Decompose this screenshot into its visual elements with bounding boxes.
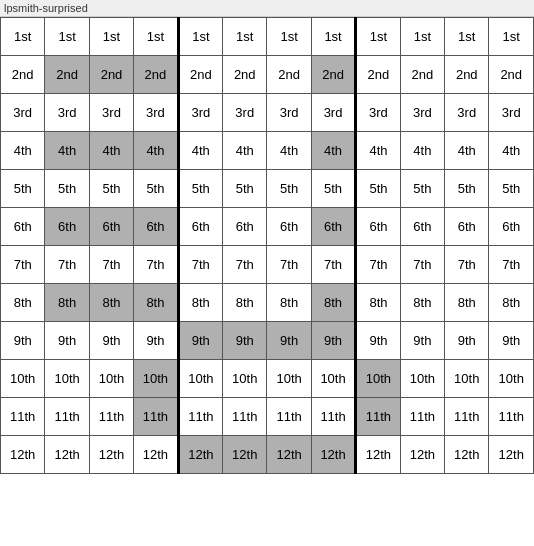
table-cell: 9th xyxy=(267,322,311,360)
table-cell: 3rd xyxy=(223,94,267,132)
table-cell: 1st xyxy=(400,18,444,56)
table-cell: 12th xyxy=(311,436,355,474)
table-cell: 9th xyxy=(134,322,178,360)
table-cell: 1st xyxy=(445,18,489,56)
table-cell: 4th xyxy=(1,132,45,170)
table-cell: 11th xyxy=(400,398,444,436)
table-cell: 2nd xyxy=(356,56,400,94)
window-title: lpsmith-surprised xyxy=(4,2,88,14)
table-cell: 7th xyxy=(223,246,267,284)
table-cell: 5th xyxy=(400,170,444,208)
table-container: 1st1st1st1st1st1st1st1st1st1st1st1st2nd2… xyxy=(0,17,534,546)
table-cell: 10th xyxy=(45,360,89,398)
table-cell: 1st xyxy=(267,18,311,56)
table-cell: 4th xyxy=(445,132,489,170)
table-cell: 11th xyxy=(178,398,222,436)
table-cell: 9th xyxy=(356,322,400,360)
table-cell: 8th xyxy=(489,284,534,322)
table-cell: 2nd xyxy=(445,56,489,94)
grid-table: 1st1st1st1st1st1st1st1st1st1st1st1st2nd2… xyxy=(0,17,534,474)
table-cell: 3rd xyxy=(400,94,444,132)
table-cell: 8th xyxy=(445,284,489,322)
table-cell: 8th xyxy=(356,284,400,322)
table-cell: 5th xyxy=(356,170,400,208)
table-cell: 11th xyxy=(267,398,311,436)
table-cell: 6th xyxy=(223,208,267,246)
table-cell: 3rd xyxy=(45,94,89,132)
table-cell: 5th xyxy=(223,170,267,208)
table-cell: 10th xyxy=(178,360,222,398)
table-cell: 3rd xyxy=(445,94,489,132)
table-cell: 10th xyxy=(134,360,178,398)
table-cell: 4th xyxy=(178,132,222,170)
table-cell: 5th xyxy=(267,170,311,208)
table-cell: 11th xyxy=(134,398,178,436)
table-cell: 10th xyxy=(445,360,489,398)
table-cell: 1st xyxy=(356,18,400,56)
table-cell: 8th xyxy=(89,284,133,322)
table-cell: 12th xyxy=(1,436,45,474)
table-cell: 11th xyxy=(356,398,400,436)
table-cell: 4th xyxy=(223,132,267,170)
table-cell: 10th xyxy=(223,360,267,398)
table-cell: 2nd xyxy=(311,56,355,94)
table-cell: 2nd xyxy=(267,56,311,94)
table-cell: 11th xyxy=(89,398,133,436)
table-cell: 1st xyxy=(489,18,534,56)
table-cell: 9th xyxy=(45,322,89,360)
table-cell: 3rd xyxy=(356,94,400,132)
table-cell: 3rd xyxy=(267,94,311,132)
table-cell: 12th xyxy=(445,436,489,474)
table-cell: 4th xyxy=(89,132,133,170)
table-cell: 1st xyxy=(1,18,45,56)
table-cell: 2nd xyxy=(89,56,133,94)
table-cell: 7th xyxy=(1,246,45,284)
table-cell: 5th xyxy=(311,170,355,208)
table-cell: 11th xyxy=(311,398,355,436)
table-cell: 4th xyxy=(267,132,311,170)
table-cell: 1st xyxy=(223,18,267,56)
table-cell: 1st xyxy=(45,18,89,56)
table-cell: 8th xyxy=(134,284,178,322)
table-cell: 2nd xyxy=(178,56,222,94)
table-cell: 3rd xyxy=(89,94,133,132)
table-cell: 6th xyxy=(445,208,489,246)
table-cell: 4th xyxy=(45,132,89,170)
table-cell: 4th xyxy=(489,132,534,170)
table-cell: 7th xyxy=(445,246,489,284)
table-cell: 3rd xyxy=(1,94,45,132)
table-cell: 6th xyxy=(267,208,311,246)
table-cell: 10th xyxy=(489,360,534,398)
table-cell: 6th xyxy=(400,208,444,246)
table-cell: 12th xyxy=(356,436,400,474)
table-cell: 7th xyxy=(489,246,534,284)
table-cell: 2nd xyxy=(489,56,534,94)
table-cell: 10th xyxy=(267,360,311,398)
table-cell: 12th xyxy=(134,436,178,474)
table-cell: 5th xyxy=(89,170,133,208)
table-cell: 9th xyxy=(400,322,444,360)
table-cell: 8th xyxy=(267,284,311,322)
table-cell: 9th xyxy=(445,322,489,360)
table-cell: 5th xyxy=(134,170,178,208)
table-cell: 2nd xyxy=(45,56,89,94)
table-cell: 11th xyxy=(45,398,89,436)
table-cell: 10th xyxy=(356,360,400,398)
table-cell: 5th xyxy=(489,170,534,208)
table-cell: 7th xyxy=(134,246,178,284)
table-cell: 12th xyxy=(178,436,222,474)
table-cell: 8th xyxy=(1,284,45,322)
table-cell: 9th xyxy=(311,322,355,360)
table-cell: 3rd xyxy=(134,94,178,132)
table-cell: 9th xyxy=(178,322,222,360)
table-cell: 3rd xyxy=(178,94,222,132)
table-cell: 10th xyxy=(89,360,133,398)
table-cell: 2nd xyxy=(134,56,178,94)
table-cell: 7th xyxy=(267,246,311,284)
table-cell: 8th xyxy=(223,284,267,322)
table-cell: 9th xyxy=(223,322,267,360)
table-cell: 2nd xyxy=(400,56,444,94)
table-cell: 11th xyxy=(489,398,534,436)
table-cell: 6th xyxy=(489,208,534,246)
table-cell: 11th xyxy=(445,398,489,436)
